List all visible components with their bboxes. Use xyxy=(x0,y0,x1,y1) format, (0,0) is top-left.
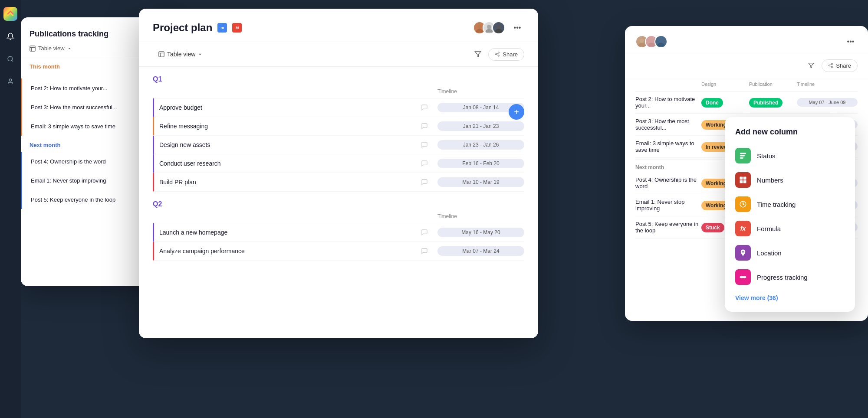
svg-point-21 xyxy=(496,25,501,29)
svg-rect-40 xyxy=(740,276,744,278)
svg-point-47 xyxy=(832,66,833,68)
formula-label: Formula xyxy=(757,225,781,232)
right-col-design: Design xyxy=(701,82,749,87)
svg-rect-37 xyxy=(743,180,746,183)
svg-rect-22 xyxy=(159,52,164,57)
project-panel: Project plan m M ••• xyxy=(139,9,538,338)
project-header: Project plan m M ••• xyxy=(139,9,538,42)
task-row-3: Design new assets Jan 23 - Jan 26 xyxy=(153,136,524,154)
view-more-link[interactable]: View more (36) xyxy=(735,294,845,301)
right-col-publication: Publication xyxy=(749,82,797,87)
add-column-btn[interactable]: + xyxy=(509,104,524,120)
right-task-3: Email: 3 simple ways to save time xyxy=(635,140,701,153)
badge-gmail: M xyxy=(232,23,242,33)
share-button[interactable]: Share xyxy=(488,48,524,61)
status-icon xyxy=(735,148,751,163)
nav-search[interactable] xyxy=(3,52,17,66)
timeline-5: Mar 10 - Mar 19 xyxy=(437,177,524,187)
task-row-1: Approve budget Jan 08 - Jan 14 xyxy=(153,98,524,117)
task-chat-1[interactable] xyxy=(411,104,437,111)
toolbar-view-label: Table view xyxy=(167,51,195,58)
sidebar-nav xyxy=(0,0,21,418)
col-timeline-header-q2: Timeline xyxy=(437,213,524,219)
svg-rect-36 xyxy=(740,180,743,183)
publications-view-label: Table view xyxy=(38,45,65,52)
task-row-5: Build PR plan Mar 10 - Mar 19 xyxy=(153,173,524,192)
right-col-timeline: Timeline xyxy=(797,82,858,87)
svg-marker-44 xyxy=(809,63,814,68)
right-avatar-3 xyxy=(654,35,667,48)
col-option-formula[interactable]: fx Formula xyxy=(735,216,845,241)
task-chat-7[interactable] xyxy=(411,248,437,255)
svg-marker-25 xyxy=(475,52,481,57)
progress-icon xyxy=(735,269,751,285)
publications-title: Publications tracking xyxy=(30,29,108,39)
timeline-2: Jan 21 - Jan 23 xyxy=(437,121,524,131)
formula-icon: fx xyxy=(735,221,751,236)
project-content: Q1 Timeline Approve budget Jan 08 - Jan … xyxy=(139,67,538,338)
task-name-4: Conduct user research xyxy=(154,160,411,167)
timeline-4: Feb 16 - Feb 20 xyxy=(437,159,524,168)
project-avatars xyxy=(473,21,505,34)
right-more-btn[interactable]: ••• xyxy=(844,35,858,49)
svg-point-27 xyxy=(496,54,497,55)
project-title-area: Project plan m M xyxy=(153,22,242,34)
app-logo[interactable] xyxy=(3,7,17,21)
task-chat-2[interactable] xyxy=(411,123,437,130)
svg-rect-10 xyxy=(30,46,35,51)
svg-point-28 xyxy=(498,55,500,56)
col-option-time-tracking[interactable]: Time tracking xyxy=(735,192,845,216)
task-chat-5[interactable] xyxy=(411,179,437,186)
task-row-2: Refine messaging Jan 21 - Jan 23 xyxy=(153,117,524,136)
time-tracking-icon xyxy=(735,196,751,212)
right-task-6: Email 1: Never stop improving xyxy=(635,199,701,212)
project-avatar-3 xyxy=(492,21,505,34)
project-more-btn[interactable]: ••• xyxy=(510,21,524,35)
task-chat-3[interactable] xyxy=(411,141,437,148)
svg-point-1 xyxy=(9,79,11,81)
numbers-icon xyxy=(735,172,751,188)
col-chat-header-q2 xyxy=(411,213,437,219)
badge-monday: m xyxy=(217,23,227,33)
toolbar-left: Table view xyxy=(153,48,208,61)
svg-point-19 xyxy=(477,25,482,29)
col-option-location[interactable]: Location xyxy=(735,241,845,265)
table-view-btn[interactable]: Table view xyxy=(153,48,208,61)
location-icon xyxy=(735,245,751,261)
time-tracking-label: Time tracking xyxy=(757,201,796,208)
task-row-6: Launch a new homepage May 16 - May 20 xyxy=(153,223,524,242)
nav-notifications[interactable] xyxy=(3,29,17,43)
timeline-7: Mar 07 - Mar 24 xyxy=(437,246,524,256)
svg-point-45 xyxy=(832,63,833,65)
task-name-5: Build PR plan xyxy=(154,179,411,186)
svg-line-49 xyxy=(830,64,832,65)
pub-title-2: Post 3: How the most successful... xyxy=(31,104,142,111)
svg-point-0 xyxy=(8,56,13,61)
svg-line-29 xyxy=(497,55,498,56)
right-filter-btn[interactable] xyxy=(804,59,818,72)
nav-profile[interactable] xyxy=(3,75,17,88)
right-task-1: Post 2: How to motivate your... xyxy=(635,96,701,109)
right-row-1: Post 2: How to motivate your... Done Pub… xyxy=(635,91,858,114)
col-option-numbers[interactable]: Numbers xyxy=(735,168,845,192)
pub-title-6: Post 5: Keep everyone in the loop xyxy=(31,196,142,203)
pub-title-5: Email 1: Never stop improving xyxy=(31,177,142,184)
task-name-3: Design new assets xyxy=(154,141,411,148)
col-timeline-header: Timeline xyxy=(437,88,524,95)
pub-title-3: Email: 3 simple ways to save time xyxy=(31,123,142,130)
toolbar-right: Share xyxy=(471,47,524,61)
right-share-button[interactable]: Share xyxy=(822,59,858,72)
task-chat-4[interactable] xyxy=(411,160,437,167)
task-name-1: Approve budget xyxy=(154,104,411,111)
add-column-dropdown: Add new column Status Numbers xyxy=(725,117,855,312)
col-option-progress[interactable]: Progress tracking xyxy=(735,265,845,289)
dropdown-title: Add new column xyxy=(735,127,845,137)
timeline-6: May 16 - May 20 xyxy=(437,228,524,237)
right-toolbar: Share xyxy=(625,54,868,77)
filter-btn[interactable] xyxy=(471,47,485,61)
svg-point-43 xyxy=(659,39,663,43)
project-toolbar: Table view Share xyxy=(139,42,538,67)
col-option-status[interactable]: Status xyxy=(735,144,845,168)
task-chat-6[interactable] xyxy=(411,229,437,236)
svg-line-48 xyxy=(830,66,832,67)
